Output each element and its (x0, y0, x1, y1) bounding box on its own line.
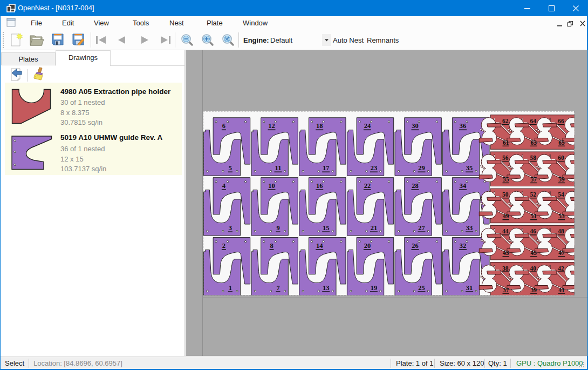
svg-text:59: 59 (558, 176, 565, 183)
svg-text:14: 14 (316, 242, 323, 250)
svg-text:49: 49 (503, 213, 509, 219)
svg-text:39: 39 (531, 287, 537, 293)
svg-text:1: 1 (229, 284, 232, 292)
svg-text:66: 66 (558, 118, 564, 124)
svg-text:23: 23 (371, 164, 378, 172)
svg-text:25: 25 (418, 284, 425, 292)
svg-text:15: 15 (323, 224, 330, 232)
svg-text:41: 41 (558, 287, 565, 293)
svg-text:35: 35 (466, 164, 473, 172)
svg-text:28: 28 (412, 182, 419, 190)
svg-text:5: 5 (229, 164, 232, 172)
svg-text:21: 21 (371, 224, 378, 232)
svg-text:2: 2 (222, 242, 225, 250)
svg-text:65: 65 (558, 139, 565, 146)
svg-text:42: 42 (558, 265, 564, 272)
svg-text:26: 26 (412, 242, 419, 250)
svg-text:44: 44 (502, 228, 509, 234)
svg-text:34: 34 (460, 182, 467, 190)
svg-text:18: 18 (316, 122, 323, 130)
svg-text:9: 9 (276, 224, 279, 232)
svg-text:36: 36 (460, 122, 467, 130)
svg-text:7: 7 (276, 284, 279, 292)
svg-text:55: 55 (503, 176, 509, 183)
svg-text:56: 56 (502, 154, 509, 161)
svg-text:37: 37 (503, 287, 509, 293)
svg-text:20: 20 (364, 242, 371, 250)
svg-text:17: 17 (323, 164, 330, 172)
svg-text:12: 12 (268, 122, 275, 130)
svg-text:61: 61 (503, 139, 509, 146)
svg-text:48: 48 (558, 228, 564, 234)
svg-text:32: 32 (460, 242, 467, 250)
svg-text:4: 4 (222, 182, 226, 190)
svg-text:47: 47 (558, 250, 565, 256)
svg-text:45: 45 (531, 250, 537, 256)
svg-text:38: 38 (502, 265, 509, 272)
svg-text:11: 11 (275, 164, 282, 172)
svg-text:43: 43 (503, 250, 509, 256)
svg-text:8: 8 (270, 242, 273, 250)
svg-text:6: 6 (222, 122, 225, 130)
svg-text:64: 64 (530, 118, 537, 124)
svg-text:51: 51 (531, 213, 537, 219)
svg-text:46: 46 (530, 228, 537, 234)
svg-text:52: 52 (530, 191, 537, 198)
svg-text:63: 63 (531, 139, 537, 146)
svg-text:27: 27 (418, 224, 425, 232)
svg-text:10: 10 (268, 182, 275, 190)
svg-text:13: 13 (323, 284, 330, 292)
svg-text:50: 50 (502, 191, 509, 198)
svg-text:40: 40 (530, 265, 537, 272)
svg-text:29: 29 (418, 164, 425, 172)
svg-text:30: 30 (412, 122, 419, 130)
svg-text:33: 33 (466, 224, 473, 232)
svg-text:58: 58 (530, 154, 537, 161)
svg-text:19: 19 (371, 284, 378, 292)
svg-text:54: 54 (558, 191, 564, 198)
svg-text:31: 31 (466, 284, 473, 292)
svg-text:16: 16 (316, 182, 323, 190)
svg-text:62: 62 (502, 118, 509, 124)
svg-text:53: 53 (558, 213, 565, 219)
svg-text:57: 57 (531, 176, 537, 183)
svg-text:22: 22 (364, 182, 371, 190)
svg-text:3: 3 (229, 224, 232, 232)
svg-text:24: 24 (364, 122, 371, 130)
svg-text:60: 60 (558, 154, 564, 161)
